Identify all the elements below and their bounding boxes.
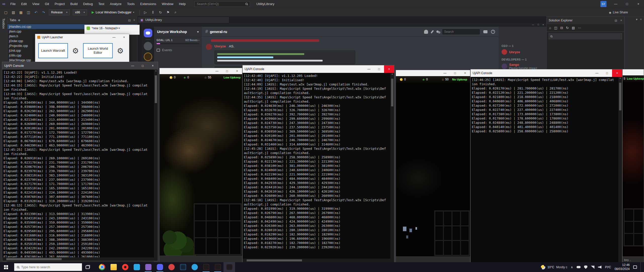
menu-item[interactable]: View xyxy=(29,0,42,8)
server-boost-goal[interactable]: GOAL: LVL 1 0/2 Boosts › xyxy=(154,37,202,46)
launcher-close-button[interactable]: × xyxy=(119,34,129,41)
battle-net-icon[interactable] xyxy=(177,262,189,272)
console-titlebar[interactable]: UjAPI Console — □ × xyxy=(2,62,158,70)
blocked-message-bar[interactable] xyxy=(211,39,319,42)
break-all-icon[interactable]: ‖ xyxy=(150,9,156,16)
game-close-button[interactable]: × xyxy=(232,68,242,74)
discord-minimize-button[interactable]: — xyxy=(532,23,534,26)
refresh-icon[interactable]: ↻ xyxy=(566,26,569,30)
command-card-cell[interactable] xyxy=(444,226,452,240)
command-card-cell[interactable] xyxy=(230,221,241,237)
vertical-scrollbar[interactable]: ▲ xyxy=(390,73,394,259)
find-icon[interactable]: ⌕ xyxy=(172,9,179,16)
save-icon[interactable]: ▦ xyxy=(18,9,24,16)
close-panel-icon[interactable]: × xyxy=(620,19,622,22)
start-without-debugging-icon[interactable]: ▷ xyxy=(142,9,149,16)
console-maximize-button[interactable]: □ xyxy=(138,62,148,70)
collapse-all-icon[interactable]: ⊟ xyxy=(560,26,563,30)
show-desktop-button[interactable] xyxy=(640,262,642,272)
more-options-icon[interactable]: ⋯ xyxy=(578,26,581,30)
menu-item[interactable]: Window xyxy=(159,0,176,8)
command-card-cell[interactable] xyxy=(634,234,643,246)
game-close-button[interactable]: × xyxy=(460,70,470,76)
horizontal-scrollbar[interactable] xyxy=(243,259,394,262)
task-view-button[interactable] xyxy=(82,262,93,272)
server-name-header[interactable]: Unryze Workshop ▾ xyxy=(154,27,202,37)
command-card-cell[interactable] xyxy=(195,221,206,237)
console-minimize-button[interactable]: — xyxy=(592,69,602,77)
console-titlebar[interactable]: UjAPI Console — □ × xyxy=(471,69,622,77)
console-minimize-button[interactable]: — xyxy=(128,62,138,70)
solution-configuration-dropdown[interactable]: Release ▾ xyxy=(49,9,70,15)
build-icon[interactable]: ⚑ xyxy=(165,9,171,16)
save-all-icon[interactable]: ◫ xyxy=(25,9,32,16)
pinned-messages-icon[interactable] xyxy=(431,30,434,34)
console-close-button[interactable]: × xyxy=(148,62,158,70)
vs-search-box[interactable] xyxy=(195,1,250,7)
game-minimize-button[interactable]: — xyxy=(212,68,222,74)
command-card-cell[interactable] xyxy=(624,209,633,221)
game-maximize-button[interactable]: □ xyxy=(450,70,460,76)
taskbar-search-box[interactable] xyxy=(14,263,82,271)
vs-minimize-button[interactable]: — xyxy=(610,0,621,8)
hot-reload-icon[interactable]: ↻ xyxy=(157,9,164,16)
scrollbar-thumb[interactable] xyxy=(391,79,393,106)
horizontal-scrollbar[interactable] xyxy=(2,257,158,261)
opera-icon[interactable] xyxy=(119,262,131,272)
launch-warcraft-button[interactable]: Launch Warcraft xyxy=(38,43,68,58)
command-card-cell[interactable] xyxy=(452,226,460,240)
close-panel-icon[interactable]: × xyxy=(640,18,642,69)
member-item[interactable]: Unryze xyxy=(502,48,544,55)
live-share-button[interactable]: ◈ Live Share xyxy=(609,8,628,17)
clock[interactable]: 12:46 08/03/2024 xyxy=(615,263,630,271)
help-icon[interactable]: ? xyxy=(491,30,495,34)
command-card-cell[interactable] xyxy=(435,241,443,255)
command-card-cell[interactable] xyxy=(206,221,218,237)
discord-search-input[interactable] xyxy=(444,30,483,34)
warcraft-settings-gear-icon[interactable]: ⚙ xyxy=(70,46,81,55)
member-list-toggle-icon[interactable] xyxy=(436,31,439,33)
notepad-titlebar[interactable]: *new 16 - Notepad++ xyxy=(85,25,139,32)
chrome-icon[interactable] xyxy=(96,262,108,272)
vs-search-input[interactable] xyxy=(197,2,245,6)
menu-item[interactable]: Git xyxy=(42,0,52,8)
notification-settings-icon[interactable] xyxy=(424,30,428,34)
taskbar-search-input[interactable] xyxy=(21,265,79,269)
scrollbar-thumb[interactable] xyxy=(155,75,157,103)
solution-explorer-header[interactable]: Solution Explorer ⊟ × xyxy=(547,17,624,24)
launcher-titlebar[interactable]: UjAPI Launcher — × xyxy=(35,34,129,41)
command-card-cell[interactable] xyxy=(452,241,460,255)
inbox-icon[interactable] xyxy=(483,30,487,33)
vertical-scrollbar[interactable]: ▲ xyxy=(154,70,158,257)
account-badge[interactable]: ST xyxy=(600,1,607,7)
switch-views-icon[interactable]: ◫ xyxy=(554,26,557,30)
menu-item[interactable]: File xyxy=(8,0,18,8)
visual-studio-icon[interactable] xyxy=(142,262,154,272)
menu-item[interactable]: Tools xyxy=(124,0,137,8)
world-editor-icon[interactable] xyxy=(212,262,223,272)
chevron-down-icon[interactable]: ▾ xyxy=(636,18,637,69)
command-card-cell[interactable] xyxy=(461,241,469,255)
app-red-icon[interactable] xyxy=(166,262,177,272)
command-card-cell[interactable] xyxy=(230,204,241,221)
language-indicator[interactable]: РУС xyxy=(605,265,611,269)
menu-item[interactable]: Build xyxy=(67,0,80,8)
command-card-cell[interactable] xyxy=(444,211,452,226)
console-maximize-button[interactable]: □ xyxy=(374,65,384,73)
command-card-cell[interactable] xyxy=(461,226,469,240)
weather-widget[interactable]: 10°C Mostly c xyxy=(541,265,567,269)
action-center-icon[interactable] xyxy=(633,265,637,269)
redo-icon[interactable]: ↷ xyxy=(40,9,47,16)
start-debugging-button[interactable]: ▶ Local Windows Debugger ▾ xyxy=(89,9,137,16)
console-titlebar[interactable]: UjAPI Console — □ × xyxy=(243,65,394,73)
discord-icon[interactable] xyxy=(154,262,166,272)
menu-item[interactable]: Debug xyxy=(80,0,95,8)
pin-panel-icon[interactable]: ⊟ xyxy=(615,19,617,22)
command-card-cell[interactable] xyxy=(218,204,229,221)
floating-window-titlebar[interactable]: ▣ UtilityLibrary xyxy=(138,17,229,23)
vs-maximize-button[interactable]: □ xyxy=(621,0,633,8)
file-explorer-icon[interactable] xyxy=(108,262,119,272)
pin-panel-icon[interactable]: ⊟ xyxy=(128,18,131,22)
solution-explorer-search-box[interactable] xyxy=(549,33,622,39)
start-button[interactable] xyxy=(0,262,14,272)
